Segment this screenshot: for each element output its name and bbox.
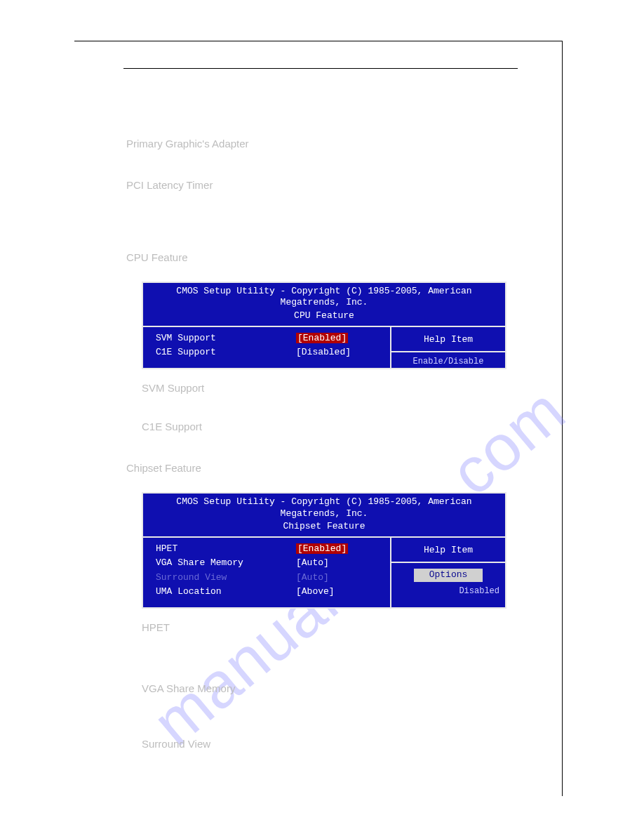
bios-cpu-body: SVM Support [Enabled] C1E Support [Disab… xyxy=(143,326,505,369)
bios-cpu-title: CMOS Setup Utility - Copyright (C) 1985-… xyxy=(143,283,505,310)
bios-row-label: HPET xyxy=(156,543,296,555)
bios-row-value: [Above] xyxy=(296,586,373,597)
heading-svm-support: SVM Support xyxy=(142,382,518,394)
bios-row[interactable]: HPET [Enabled] xyxy=(156,543,383,555)
heading-surround-view: Surround View xyxy=(142,738,518,750)
bios-row[interactable]: UMA Location [Above] xyxy=(156,586,383,597)
heading-c1e-support: C1E Support xyxy=(142,421,518,432)
bios-cpu-subtitle: CPU Feature xyxy=(143,310,505,326)
bios-cpu-right-panel: Help Item Enable/Disable xyxy=(391,327,505,369)
document-content: Primary Graphic's Adapter PCI Latency Ti… xyxy=(123,138,518,769)
bios-chipset-subtitle: Chipset Feature xyxy=(143,521,505,536)
bios-screenshot-cpu: CMOS Setup Utility - Copyright (C) 1985-… xyxy=(142,282,507,369)
bios-help-cutoff: Enable/Disable xyxy=(397,357,499,367)
bios-row-value: [Auto] xyxy=(296,557,373,569)
heading-chipset-feature: Chipset Feature xyxy=(126,462,518,474)
bios-row-label: SVM Support xyxy=(156,333,296,344)
bios-chipset-left-panel: HPET [Enabled] VGA Share Memory [Auto] S… xyxy=(143,538,391,607)
heading-vga-share: VGA Share Memory xyxy=(142,682,518,694)
heading-cpu-feature: CPU Feature xyxy=(126,251,518,263)
bios-row[interactable]: SVM Support [Enabled] xyxy=(156,333,383,344)
bios-chipset-right-panel: Help Item Options Disabled xyxy=(391,538,505,607)
bios-row-label: C1E Support xyxy=(156,347,296,358)
bios-row-value-selected: [Enabled] xyxy=(296,333,348,343)
header-divider xyxy=(123,68,518,69)
bios-options-bar: Options xyxy=(414,569,483,581)
bios-row[interactable]: VGA Share Memory [Auto] xyxy=(156,557,383,569)
bios-row: Surround View [Auto] xyxy=(156,572,383,583)
bios-cpu-left-panel: SVM Support [Enabled] C1E Support [Disab… xyxy=(143,327,391,369)
heading-primary-graphics: Primary Graphic's Adapter xyxy=(126,138,518,150)
bios-row-label: UMA Location xyxy=(156,586,296,597)
bios-help-header: Help Item xyxy=(397,545,499,556)
bios-row-value: [Auto] xyxy=(296,572,373,583)
heading-hpet: HPET xyxy=(142,621,518,633)
bios-row[interactable]: C1E Support [Disabled] xyxy=(156,347,383,358)
bios-row-value: [Disabled] xyxy=(296,347,373,358)
heading-pci-latency: PCI Latency Timer xyxy=(126,179,518,191)
bios-chipset-body: HPET [Enabled] VGA Share Memory [Auto] S… xyxy=(143,536,505,607)
bios-row-label: VGA Share Memory xyxy=(156,557,296,569)
bios-chipset-title: CMOS Setup Utility - Copyright (C) 1985-… xyxy=(143,494,505,521)
bios-row-value-selected: [Enabled] xyxy=(296,543,348,554)
bios-help-header: Help Item xyxy=(397,334,499,345)
bios-screenshot-chipset: CMOS Setup Utility - Copyright (C) 1985-… xyxy=(142,492,507,609)
bios-row-label: Surround View xyxy=(156,572,296,583)
bios-help-cutoff: Disabled xyxy=(397,586,499,597)
